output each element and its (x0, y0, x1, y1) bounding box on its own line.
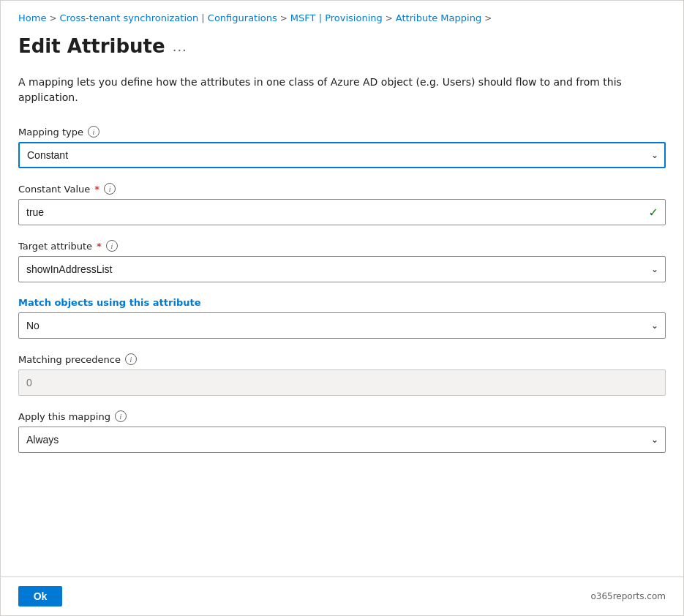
page-description: A mapping lets you define how the attrib… (18, 75, 666, 105)
target-attribute-label-text: Target attribute (18, 241, 92, 252)
breadcrumb-sep-2: > (280, 13, 287, 23)
mapping-type-label-text: Mapping type (18, 127, 83, 138)
match-objects-select-wrapper: No Yes ⌄ (18, 312, 666, 339)
target-attribute-select-wrapper: showInAddressList ⌄ (18, 256, 666, 282)
target-attribute-group: Target attribute * i showInAddressList ⌄ (18, 240, 666, 282)
ok-button[interactable]: Ok (18, 586, 62, 606)
mapping-type-label: Mapping type i (18, 126, 666, 138)
main-content: Home > Cross-tenant synchronization | Co… (1, 1, 683, 576)
target-attribute-label: Target attribute * i (18, 240, 666, 252)
apply-mapping-label-text: Apply this mapping (18, 411, 110, 422)
form-section: Mapping type i Constant Direct Expressio… (18, 126, 666, 453)
footer-brand: o365reports.com (590, 591, 666, 601)
apply-mapping-select-wrapper: Always Only during object creation ⌄ (18, 427, 666, 453)
apply-mapping-info-icon[interactable]: i (115, 410, 127, 422)
match-objects-select[interactable]: No Yes (18, 312, 666, 339)
breadcrumb-attribute-mapping[interactable]: Attribute Mapping (396, 12, 481, 23)
target-attribute-select[interactable]: showInAddressList (18, 256, 666, 282)
constant-value-group: Constant Value * i ✓ (18, 183, 666, 225)
breadcrumb-configurations[interactable]: Cross-tenant synchronization | Configura… (59, 12, 277, 23)
matching-precedence-info-icon[interactable]: i (125, 353, 137, 365)
more-options-icon[interactable]: ... (173, 39, 187, 54)
matching-precedence-group: Matching precedence i (18, 353, 666, 396)
matching-precedence-label-text: Matching precedence (18, 354, 121, 365)
mapping-type-select-wrapper: Constant Direct Expression ⌄ (18, 142, 666, 168)
apply-mapping-label: Apply this mapping i (18, 410, 666, 422)
match-objects-label-text: Match objects using this attribute (18, 297, 201, 308)
constant-value-required: * (94, 184, 99, 195)
apply-mapping-select[interactable]: Always Only during object creation (18, 427, 666, 453)
breadcrumb: Home > Cross-tenant synchronization | Co… (18, 12, 666, 23)
target-attribute-required: * (97, 241, 102, 252)
mapping-type-select[interactable]: Constant Direct Expression (18, 142, 666, 168)
page-container: Home > Cross-tenant synchronization | Co… (0, 0, 684, 616)
footer: Ok o365reports.com (1, 576, 683, 615)
breadcrumb-sep-1: > (49, 13, 56, 23)
constant-value-label: Constant Value * i (18, 183, 666, 195)
page-title-row: Edit Attribute ... (18, 35, 666, 57)
target-attribute-info-icon[interactable]: i (106, 240, 118, 252)
constant-value-input[interactable] (18, 199, 666, 225)
apply-mapping-group: Apply this mapping i Always Only during … (18, 410, 666, 453)
breadcrumb-provisioning[interactable]: MSFT | Provisioning (290, 12, 383, 23)
mapping-type-group: Mapping type i Constant Direct Expressio… (18, 126, 666, 168)
matching-precedence-label: Matching precedence i (18, 353, 666, 365)
breadcrumb-sep-4: > (484, 13, 492, 23)
match-objects-group: Match objects using this attribute No Ye… (18, 297, 666, 339)
match-objects-label: Match objects using this attribute (18, 297, 666, 308)
constant-value-input-wrapper: ✓ (18, 199, 666, 225)
mapping-type-info-icon[interactable]: i (88, 126, 99, 138)
breadcrumb-home[interactable]: Home (18, 12, 46, 23)
page-title: Edit Attribute (18, 35, 165, 57)
constant-value-label-text: Constant Value (18, 184, 90, 195)
matching-precedence-input (18, 369, 666, 396)
constant-value-info-icon[interactable]: i (104, 183, 116, 195)
breadcrumb-sep-3: > (386, 13, 393, 23)
